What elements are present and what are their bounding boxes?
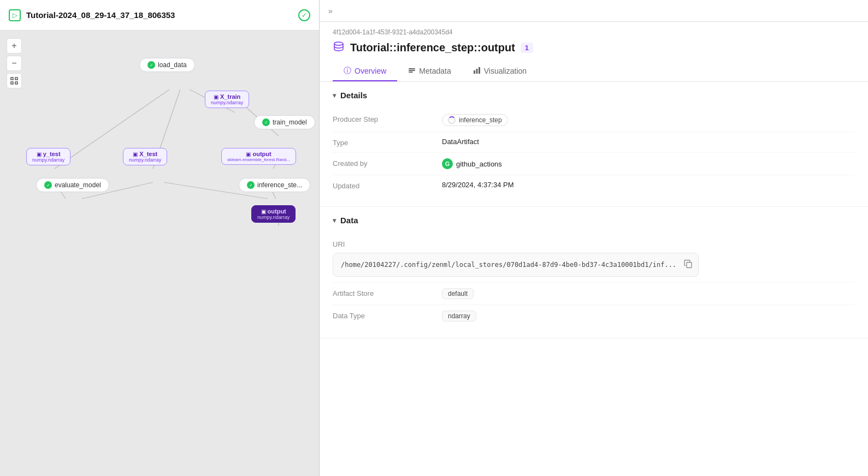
tab-overview-label: Overview	[355, 67, 386, 75]
field-label-artifact-store: Artifact Store	[333, 288, 442, 297]
field-updated: Updated 8/29/2024, 4:37:34 PM	[333, 175, 855, 195]
data-section-header[interactable]: ▾ Data	[320, 207, 868, 234]
data-section-label: Data	[340, 216, 358, 225]
tab-visualization-label: Visualization	[484, 67, 527, 75]
svg-rect-2	[11, 82, 13, 84]
node-output-selected[interactable]: ▣ output numpy.ndarray	[251, 205, 296, 223]
artifact-heading-title: Tutorial::inference_step::output	[350, 41, 515, 54]
field-label-created-by: Created by	[333, 158, 442, 168]
node-inference-step[interactable]: ✓ inference_ste...	[239, 178, 310, 192]
svg-point-14	[334, 42, 343, 45]
tabs: ⓘ Overview Metadata Visualization	[333, 62, 855, 81]
field-uri: URI /home/20104227/.config/zenml/local_s…	[333, 234, 855, 283]
right-topbar: »	[320, 0, 868, 22]
node-train-model[interactable]: ✓ train_model	[254, 115, 315, 129]
creator-name: github_actions	[456, 160, 502, 168]
field-value-artifact-store: default	[442, 288, 474, 299]
producer-step-name: inference_step	[459, 116, 502, 124]
node-x-train[interactable]: ▣ X_train numpy.ndarray	[205, 91, 249, 108]
field-created-by: Created by G github_actions	[333, 153, 855, 175]
field-label-data-type: Data Type	[333, 311, 442, 320]
node-load-data[interactable]: ✓ load_data	[139, 58, 195, 72]
tab-visualization[interactable]: Visualization	[462, 62, 538, 81]
svg-rect-1	[15, 78, 17, 80]
field-artifact-store: Artifact Store default	[333, 283, 855, 305]
zoom-controls: + −	[7, 38, 22, 88]
tab-overview-icon: ⓘ	[344, 66, 351, 76]
svg-rect-21	[687, 263, 692, 268]
zoom-out-button[interactable]: −	[7, 56, 22, 71]
field-label-producer-step: Producer Step	[333, 114, 442, 123]
svg-rect-3	[15, 82, 17, 84]
field-label-type: Type	[333, 138, 442, 147]
field-value-updated: 8/29/2024, 4:37:34 PM	[442, 181, 514, 189]
uri-container: /home/20104227/.config/zenml/local_store…	[333, 253, 699, 277]
fit-button[interactable]	[7, 73, 22, 88]
zoom-in-button[interactable]: +	[7, 38, 22, 53]
artifact-id: 4f12d004-1a1f-453f-9321-a4da200345d4	[333, 28, 855, 36]
right-header: 4f12d004-1a1f-453f-9321-a4da200345d4 Tut…	[320, 22, 868, 82]
expand-icon[interactable]: »	[328, 7, 333, 15]
copy-uri-button[interactable]	[684, 260, 693, 270]
right-content: ▾ Details Producer Step inference_step	[320, 82, 868, 476]
node-evaluate-model[interactable]: ✓ evaluate_model	[36, 178, 109, 192]
tab-metadata-label: Metadata	[419, 67, 451, 75]
field-value-created-by: G github_actions	[442, 158, 502, 169]
field-value-producer-step: inference_step	[442, 114, 508, 126]
producer-step-pill[interactable]: inference_step	[442, 114, 508, 126]
svg-rect-15	[409, 68, 415, 69]
data-section: ▾ Data URI /home/20104227/.config/zenml/…	[320, 207, 868, 338]
dag-svg	[0, 31, 319, 476]
field-data-type: Data Type ndarray	[333, 305, 855, 327]
svg-rect-17	[409, 72, 413, 73]
pipeline-status-icon: ✓	[298, 9, 310, 21]
field-producer-step: Producer Step inference_step	[333, 109, 855, 132]
pipeline-title: Tutorial-2024_08_29-14_37_18_806353	[26, 10, 293, 20]
pipeline-icon: ▷	[9, 9, 21, 21]
tab-metadata-icon	[408, 67, 416, 76]
details-section-label: Details	[340, 91, 367, 100]
uri-value: /home/20104227/.config/zenml/local_store…	[333, 253, 699, 277]
details-section-body: Producer Step inference_step Type DataAr…	[320, 109, 868, 206]
svg-rect-0	[11, 78, 13, 80]
details-chevron: ▾	[333, 92, 336, 99]
tab-overview[interactable]: ⓘ Overview	[333, 62, 397, 81]
artifact-heading: Tutorial::inference_step::output 1	[333, 40, 855, 55]
tab-metadata[interactable]: Metadata	[397, 62, 462, 81]
svg-rect-18	[474, 70, 475, 74]
node-y-test[interactable]: ▣ y_test numpy.ndarray	[26, 148, 70, 165]
data-section-body: URI /home/20104227/.config/zenml/local_s…	[320, 234, 868, 338]
node-output-model[interactable]: ▣ output sklearn.ensemble_forest.Rand...	[221, 148, 296, 165]
tab-visualization-icon	[473, 67, 481, 76]
right-panel: » 4f12d004-1a1f-453f-9321-a4da200345d4 T…	[320, 0, 868, 476]
data-chevron: ▾	[333, 217, 336, 224]
dag-canvas: ✓ load_data ▣ X_train numpy.ndarray ✓ tr…	[0, 31, 319, 476]
step-spinner-icon	[448, 116, 456, 124]
artifact-badge: 1	[521, 43, 533, 53]
field-label-updated: Updated	[333, 181, 442, 190]
data-type-tag: ndarray	[442, 311, 476, 322]
node-x-test[interactable]: ▣ X_test numpy.ndarray	[123, 148, 167, 165]
creator-avatar: G	[442, 158, 453, 169]
svg-rect-16	[409, 70, 415, 71]
pipeline-header: ▷ Tutorial-2024_08_29-14_37_18_806353 ✓	[0, 0, 319, 31]
field-value-type: DataArtifact	[442, 138, 479, 146]
field-label-uri: URI	[333, 239, 442, 248]
field-type: Type DataArtifact	[333, 132, 855, 153]
details-section: ▾ Details Producer Step inference_step	[320, 82, 868, 207]
artifact-store-tag: default	[442, 288, 474, 299]
field-value-data-type: ndarray	[442, 311, 476, 322]
left-panel: ▷ Tutorial-2024_08_29-14_37_18_806353 ✓ …	[0, 0, 320, 476]
artifact-heading-icon	[333, 40, 345, 55]
svg-rect-19	[476, 69, 477, 74]
svg-rect-20	[479, 67, 480, 74]
details-section-header[interactable]: ▾ Details	[320, 82, 868, 109]
